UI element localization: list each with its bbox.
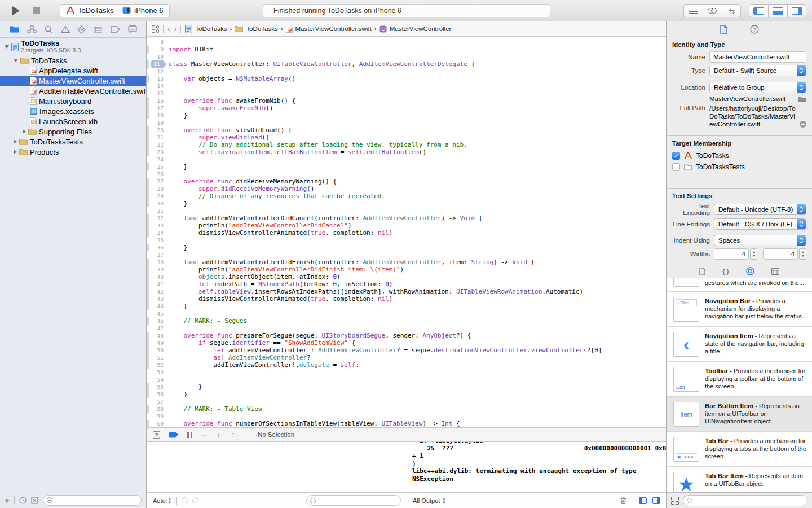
line-number[interactable]: 14 xyxy=(147,82,169,90)
pause-button[interactable] xyxy=(187,432,192,438)
code-line-27[interactable]: 27 override func didReceiveMemoryWarning… xyxy=(147,178,666,185)
code-line-43[interactable]: 43 dismissViewControllerAnimated(true, c… xyxy=(147,295,666,303)
code-line-44[interactable]: 44 } xyxy=(147,303,666,310)
library-view-mode-icon[interactable] xyxy=(671,497,679,505)
code-line-34[interactable]: 34 dismissViewControllerAnimated(true, c… xyxy=(147,229,666,237)
code-line-28[interactable]: 28 super.didReceiveMemoryWarning() xyxy=(147,185,666,192)
location-popup[interactable]: Relative to Group xyxy=(709,82,806,93)
line-number[interactable]: 34 xyxy=(147,229,169,237)
assistant-editor-button[interactable] xyxy=(703,4,722,17)
tree-row-todotasks[interactable]: ToDoTasks xyxy=(0,55,146,65)
line-number[interactable]: 56 xyxy=(147,391,169,398)
breakpoint-navigator-tab[interactable] xyxy=(111,26,120,33)
code-line-10[interactable]: 10 xyxy=(147,53,666,60)
code-line-59[interactable]: 59 xyxy=(147,413,666,420)
code-line-29[interactable]: 29 // Dispose of any resources that can … xyxy=(147,192,666,200)
line-number[interactable]: 23 xyxy=(147,148,169,156)
code-line-56[interactable]: 56 } xyxy=(147,391,666,398)
line-number[interactable]: 28 xyxy=(147,185,169,192)
line-number[interactable]: 41 xyxy=(147,281,169,288)
tree-row-project[interactable]: ToDoTasks2 targets, iOS SDK 8.3 xyxy=(0,38,146,55)
code-line-49[interactable]: 49 if segue.identifier == "ShowAddItemVi… xyxy=(147,339,666,347)
code-line-55[interactable]: 55 } xyxy=(147,383,666,391)
library-item-bar-button-item[interactable]: ItemBar Button Item - Represents an item… xyxy=(667,397,812,432)
open-path-arrow-icon[interactable]: ➔ xyxy=(800,121,806,128)
report-navigator-tab[interactable] xyxy=(128,25,137,33)
file-inspector-tab[interactable] xyxy=(720,25,727,34)
step-out-button[interactable]: ↑· xyxy=(231,431,237,439)
line-number[interactable]: 53 xyxy=(147,369,169,376)
code-line-14[interactable]: 14 xyxy=(147,82,666,90)
variables-filter-input[interactable] xyxy=(306,495,401,506)
code-line-50[interactable]: 50 let addItemViewController : AddItemVi… xyxy=(147,347,666,354)
line-number[interactable]: 35 xyxy=(147,237,169,244)
source-editor[interactable]: 89import UIKit1011class MasterViewContro… xyxy=(147,37,666,427)
line-number[interactable]: 46 xyxy=(147,317,169,325)
line-number[interactable]: 55 xyxy=(147,383,169,391)
code-line-37[interactable]: 37 xyxy=(147,251,666,259)
disclosure-triangle[interactable] xyxy=(14,150,17,154)
code-line-20[interactable]: 20 override func viewDidLoad() { xyxy=(147,126,666,134)
library-item-navigation-item[interactable]: ‹Navigation Item - Represents a state of… xyxy=(667,327,812,362)
library-item-toolbar[interactable]: EditToolbar - Provides a mechanism for d… xyxy=(667,362,812,397)
quick-help-tab[interactable]: ? xyxy=(750,25,759,34)
disclosure-triangle[interactable] xyxy=(14,139,17,144)
code-line-26[interactable]: 26 xyxy=(147,170,666,178)
line-number[interactable]: 51 xyxy=(147,354,169,361)
line-number[interactable]: 39 xyxy=(147,266,169,273)
code-line-23[interactable]: 23 self.navigationItem.leftBarButtonItem… xyxy=(147,148,666,156)
code-line-15[interactable]: 15 xyxy=(147,90,666,97)
line-number[interactable]: 13 xyxy=(147,75,169,82)
code-line-18[interactable]: 18 } xyxy=(147,112,666,119)
code-line-8[interactable]: 8 xyxy=(147,38,666,46)
line-number[interactable]: 16 xyxy=(147,97,169,104)
tree-row-masterviewcontroller-swift[interactable]: MasterViewController.swift xyxy=(0,76,146,86)
hide-debug-area-button[interactable] xyxy=(153,431,160,439)
line-number[interactable]: 59 xyxy=(147,413,169,420)
line-number[interactable]: 26 xyxy=(147,170,169,178)
file-template-library-tab[interactable] xyxy=(699,268,705,275)
tree-row-launchscreen-xib[interactable]: LaunchScreen.xib xyxy=(0,116,146,126)
code-line-33[interactable]: 33 println("addItemViewControllerDidCanc… xyxy=(147,222,666,229)
type-popup[interactable]: Default - Swift Source xyxy=(709,65,806,76)
tree-row-main-storyboard[interactable]: Main.storyboard xyxy=(0,96,146,106)
line-number[interactable]: 20 xyxy=(147,126,169,134)
code-line-13[interactable]: 13 var objects = NSMutableArray() xyxy=(147,75,666,82)
tree-row-appdelegate-swift[interactable]: AppDelegate.swift xyxy=(0,65,146,76)
tree-row-images-xcassets[interactable]: Images.xcassets xyxy=(0,106,146,116)
line-number[interactable]: 48 xyxy=(147,332,169,339)
code-line-60[interactable]: 60 override func numberOfSectionsInTable… xyxy=(147,420,666,427)
tree-row-products[interactable]: Products xyxy=(0,147,146,157)
line-number[interactable]: 50 xyxy=(147,347,169,354)
line-number[interactable]: 47 xyxy=(147,325,169,332)
standard-editor-button[interactable] xyxy=(683,4,703,17)
scheme-selector[interactable]: ToDoTasks › iPhone 6 xyxy=(60,4,170,17)
code-line-12[interactable]: 12 xyxy=(147,68,666,75)
line-number[interactable]: 40 xyxy=(147,273,169,281)
line-number[interactable]: 44 xyxy=(147,303,169,310)
issue-navigator-tab[interactable] xyxy=(61,25,70,33)
line-number[interactable]: 30 xyxy=(147,200,169,207)
line-number[interactable]: 18 xyxy=(147,112,169,119)
code-line-22[interactable]: 22 // Do any additional setup after load… xyxy=(147,141,666,148)
line-number[interactable]: 33 xyxy=(147,222,169,229)
add-file-button[interactable]: + xyxy=(5,496,10,505)
info-icon[interactable] xyxy=(192,497,198,503)
object-library-tab[interactable] xyxy=(746,267,754,275)
breadcrumb-item-3[interactable]: CMasterViewController xyxy=(379,25,452,33)
stop-button[interactable] xyxy=(26,4,46,17)
line-number[interactable]: 32 xyxy=(147,214,169,222)
text-encoding-popup[interactable]: Default - Unicode (UTF-8) xyxy=(714,204,806,215)
code-line-19[interactable]: 19 xyxy=(147,119,666,126)
navigator-filter-input[interactable] xyxy=(43,495,142,506)
line-number[interactable]: 49 xyxy=(147,339,169,347)
folder-icon[interactable] xyxy=(798,96,806,102)
target-checkbox[interactable] xyxy=(672,163,680,171)
code-line-48[interactable]: 48 override func prepareForSegue(segue: … xyxy=(147,332,666,339)
line-number[interactable]: 29 xyxy=(147,192,169,200)
test-navigator-tab[interactable] xyxy=(77,25,86,34)
code-line-58[interactable]: 58 // MARK: - Table View xyxy=(147,405,666,413)
line-number[interactable]: 10 xyxy=(147,53,169,60)
line-number[interactable]: 22 xyxy=(147,141,169,148)
code-snippet-library-tab[interactable]: { } xyxy=(722,268,729,275)
